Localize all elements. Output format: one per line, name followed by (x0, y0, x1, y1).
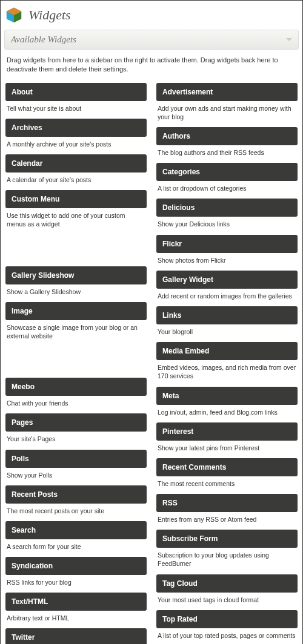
widget-title[interactable]: Custom Menu (5, 190, 147, 208)
widget-title[interactable]: Categories (156, 163, 298, 181)
widget-title[interactable]: Recent Posts (5, 485, 147, 504)
widget-item: PinterestShow your latest pins from Pint… (156, 422, 298, 452)
widget-item: TwitterAdd your Twitter feed (5, 628, 147, 644)
widget-description: Subscription to your blog updates using … (156, 548, 298, 568)
widget-item: Gallery WidgetAdd recent or random image… (156, 271, 298, 300)
widget-description: Add recent or random images from the gal… (156, 289, 298, 300)
column-spacer (5, 235, 147, 266)
widget-title[interactable]: Gallery Widget (156, 271, 298, 289)
column-spacer (5, 346, 147, 378)
app-logo-icon (5, 7, 22, 24)
widget-item: Subscribe FormSubscription to your blog … (156, 530, 298, 568)
widget-title[interactable]: RSS (156, 494, 298, 512)
widget-item: AdvertisementAdd your own ads and start … (156, 83, 298, 121)
widget-item: PollsShow your Polls (5, 450, 147, 479)
widget-title[interactable]: Meta (156, 387, 298, 405)
widget-description: A search form for your site (5, 539, 147, 551)
widget-title[interactable]: Meebo (5, 378, 147, 396)
page-container: Widgets Available Widgets Drag widgets f… (0, 0, 303, 644)
widget-title[interactable]: Pages (5, 413, 147, 432)
widget-description: A list of your top rated posts, pages or… (156, 628, 298, 640)
widget-description: Use this widget to add one of your custo… (5, 208, 147, 228)
widget-title[interactable]: Archives (5, 119, 147, 137)
widget-title[interactable]: Top Rated (156, 610, 298, 628)
widgets-column-right: AdvertisementAdd your own ads and start … (156, 83, 298, 644)
widget-item: AuthorsThe blog authors and their RSS fe… (156, 127, 298, 157)
widget-title[interactable]: Search (5, 521, 147, 539)
widget-item: SyndicationRSS links for your blog (5, 557, 147, 586)
chevron-down-icon (286, 38, 292, 41)
widget-item: SearchA search form for your site (5, 521, 147, 551)
widget-description: RSS links for your blog (5, 575, 147, 586)
widget-title[interactable]: Gallery Slideshow (5, 266, 147, 284)
page-header: Widgets (4, 4, 299, 30)
widget-title[interactable]: Calendar (5, 154, 147, 172)
panel-intro: Drag widgets from here to a sidebar on t… (4, 50, 299, 83)
widget-title[interactable]: Media Embed (156, 342, 298, 360)
widget-item: MetaLog in/out, admin, feed and Blog.com… (156, 387, 298, 416)
widget-title[interactable]: Subscribe Form (156, 530, 298, 548)
widget-item: PagesYour site's Pages (5, 413, 147, 443)
widget-description: A monthly archive of your site's posts (5, 137, 147, 148)
widget-title[interactable]: Pinterest (156, 422, 298, 441)
widget-item: DeliciousShow your Delicious links (156, 199, 298, 228)
widget-description: Log in/out, admin, feed and Blog.com lin… (156, 405, 298, 416)
widget-description: Your blogroll (156, 324, 298, 336)
widget-description: Show photos from Flickr (156, 253, 298, 264)
widget-item: Recent CommentsThe most recent comments (156, 458, 298, 488)
widget-title[interactable]: Syndication (5, 557, 147, 575)
widget-description: The most recent posts on your site (5, 504, 147, 515)
widget-item: CategoriesA list or dropdown of categori… (156, 163, 298, 192)
widgets-columns: AboutTell what your site is aboutArchive… (4, 83, 299, 644)
widgets-column-left: AboutTell what your site is aboutArchive… (5, 83, 147, 644)
panel-header[interactable]: Available Widgets (4, 30, 299, 50)
widget-item: Tag CloudYour most used tags in cloud fo… (156, 574, 298, 604)
widget-title[interactable]: Polls (5, 450, 147, 468)
widget-item: Recent PostsThe most recent posts on you… (5, 485, 147, 515)
widget-title[interactable]: Flickr (156, 235, 298, 253)
widget-title[interactable]: Delicious (156, 199, 298, 217)
widget-item: FlickrShow photos from Flickr (156, 235, 298, 264)
widget-description: The blog authors and their RSS feeds (156, 145, 298, 157)
widget-title[interactable]: Recent Comments (156, 458, 298, 476)
widget-item: MeeboChat with your friends (5, 378, 147, 407)
widget-item: LinksYour blogroll (156, 306, 298, 336)
widget-item: RSSEntries from any RSS or Atom feed (156, 494, 298, 524)
widget-description: A calendar of your site's posts (5, 172, 147, 184)
widget-description: Show your Polls (5, 468, 147, 479)
widget-item: Top RatedA list of your top rated posts,… (156, 610, 298, 640)
widget-description: The most recent comments (156, 476, 298, 488)
widget-description: Showcase a single image from your blog o… (5, 320, 147, 340)
widget-item: AboutTell what your site is about (5, 83, 147, 113)
widget-item: CalendarA calendar of your site's posts (5, 154, 147, 184)
widget-description: A list or dropdown of categories (156, 181, 298, 192)
widget-item: Text/HTMLArbitrary text or HTML (5, 593, 147, 622)
widget-description: Your most used tags in cloud format (156, 593, 298, 604)
widget-description: Tell what your site is about (5, 101, 147, 113)
widget-description: Chat with your friends (5, 396, 147, 407)
widget-title[interactable]: Links (156, 306, 298, 324)
widget-description: Add your own ads and start making money … (156, 101, 298, 121)
widget-description: Embed videos, images, and rich media fro… (156, 360, 298, 380)
page-title: Widgets (28, 7, 71, 23)
widget-description: Show a Gallery Slideshow (5, 284, 147, 296)
panel-title: Available Widgets (11, 34, 76, 45)
widget-title[interactable]: About (5, 83, 147, 101)
widget-title[interactable]: Authors (156, 127, 298, 145)
widget-item: ArchivesA monthly archive of your site's… (5, 119, 147, 148)
widget-description: Show your latest pins from Pinterest (156, 441, 298, 452)
widget-title[interactable]: Tag Cloud (156, 574, 298, 593)
widget-item: Custom MenuUse this widget to add one of… (5, 190, 147, 228)
widget-item: Gallery SlideshowShow a Gallery Slidesho… (5, 266, 147, 296)
widget-item: ImageShowcase a single image from your b… (5, 302, 147, 340)
widget-title[interactable]: Twitter (5, 628, 147, 644)
widget-description: Arbitrary text or HTML (5, 611, 147, 622)
widget-description: Show your Delicious links (156, 217, 298, 228)
widget-item: Media EmbedEmbed videos, images, and ric… (156, 342, 298, 380)
widget-title[interactable]: Advertisement (156, 83, 298, 101)
widget-title[interactable]: Text/HTML (5, 593, 147, 611)
widget-title[interactable]: Image (5, 302, 147, 320)
widget-description: Your site's Pages (5, 432, 147, 443)
widget-description: Entries from any RSS or Atom feed (156, 512, 298, 524)
